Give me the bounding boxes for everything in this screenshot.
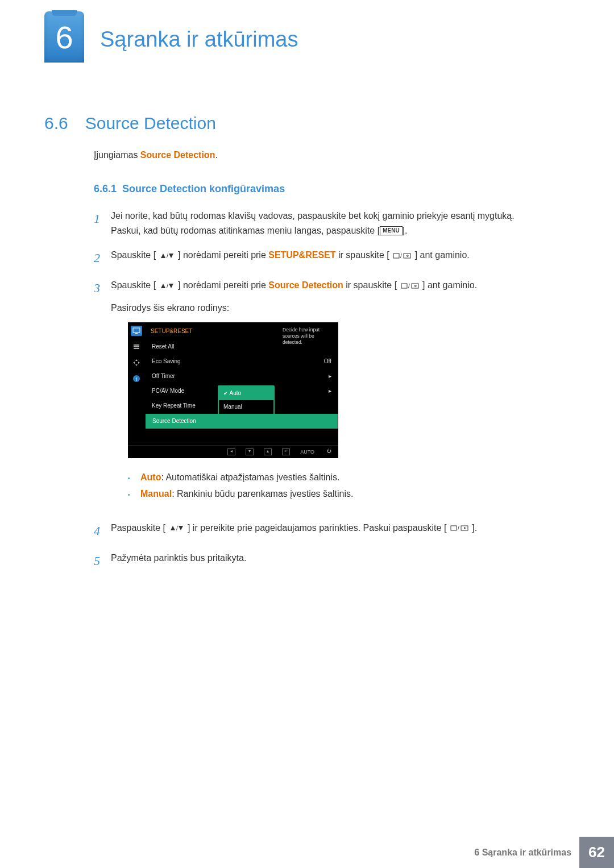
section-name: Source Detection <box>85 114 216 132</box>
osd-popup: Auto Manual <box>218 385 275 415</box>
option-manual: Manual: Rankiniu būdu parenkamas įvestie… <box>128 486 549 502</box>
page-footer: 6 Sąranka ir atkūrimas 62 <box>474 837 614 868</box>
page-number: 62 <box>579 837 614 868</box>
svg-text:/: / <box>167 283 168 289</box>
up-icon: ▴ <box>264 448 272 455</box>
osd-help-text: Decide how input sources will be detecte… <box>283 327 334 346</box>
option-auto: Auto: Automatiškai atpažįstamas įvesties… <box>128 470 549 486</box>
svg-text:/: / <box>458 525 459 531</box>
step-3: 3 Spauskite [ / ] norėdami pereiti prie … <box>94 278 549 510</box>
svg-marker-19 <box>133 362 135 364</box>
svg-text:/: / <box>176 525 178 531</box>
enter-icon: ↵ <box>282 448 290 455</box>
section-number: 6.6 <box>44 114 68 132</box>
rect-enter-icon: / <box>393 252 411 259</box>
svg-text:/: / <box>400 253 402 259</box>
svg-marker-6 <box>161 284 165 288</box>
section-title: 6.6Source Detection <box>44 114 614 133</box>
info-icon: i <box>131 373 142 384</box>
svg-rect-15 <box>134 346 139 347</box>
svg-rect-9 <box>401 284 407 288</box>
intro-text: Įjungiamas Source Detection. <box>94 150 549 160</box>
svg-marker-8 <box>169 284 173 288</box>
step-1: 1 Jei norite, kad būtų rodomas klavišų v… <box>94 209 549 238</box>
svg-marker-0 <box>161 254 165 258</box>
svg-rect-3 <box>393 254 399 258</box>
setup-reset-highlight: SETUP&RESET <box>268 250 335 260</box>
subsection-name: Source Detection konfigūravimas <box>122 183 285 194</box>
step-5: 5 Pažymėta parinktis bus pritaikyta. <box>94 551 549 571</box>
svg-rect-16 <box>134 348 139 349</box>
svg-marker-20 <box>138 362 140 364</box>
page-header: 6 Sąranka ir atkūrimas <box>0 0 614 63</box>
power-icon: ⏻ <box>325 448 333 455</box>
subsection-title: 6.6.1 Source Detection konfigūravimas <box>94 183 549 195</box>
auto-label: AUTO <box>300 448 314 456</box>
svg-marker-18 <box>135 364 138 366</box>
osd-row: Off Timer▸ <box>145 369 338 384</box>
svg-marker-17 <box>135 359 138 361</box>
osd-bottom-bar: ◂ ▾ ▴ ↵ AUTO ⏻ <box>128 445 338 458</box>
svg-text:/: / <box>408 283 410 289</box>
svg-marker-23 <box>171 526 175 530</box>
left-icon: ◂ <box>227 448 235 455</box>
step-4: 4 Paspauskite [ / ] ir pereikite prie pa… <box>94 521 549 541</box>
osd-popup-auto: Auto <box>219 387 273 400</box>
svg-rect-14 <box>134 344 139 346</box>
svg-rect-12 <box>133 328 140 333</box>
chapter-badge: 6 <box>44 11 84 63</box>
osd-row: Eco SavingOff <box>145 354 338 369</box>
svg-text:i: i <box>136 376 138 382</box>
osd-main: SETUP&RESET Decide how input sources wil… <box>145 322 338 445</box>
steps-list: 1 Jei norite, kad būtų rodomas klavišų v… <box>94 209 549 571</box>
osd-screenshot: i SETUP&RESET Decide how input sources w… <box>128 322 549 458</box>
menu-label-box: MENU <box>380 226 402 235</box>
rect-enter-icon: / <box>401 283 419 289</box>
svg-marker-25 <box>179 526 183 530</box>
osd-popup-manual: Manual <box>219 400 273 414</box>
up-down-icon: / <box>160 283 175 289</box>
svg-text:/: / <box>167 253 168 259</box>
svg-marker-2 <box>169 254 173 258</box>
chapter-title: Sąranka ir atkūrimas <box>100 27 298 52</box>
footer-chapter-label: 6 Sąranka ir atkūrimas <box>474 848 571 858</box>
chapter-number: 6 <box>55 19 73 56</box>
down-icon: ▾ <box>246 448 254 455</box>
up-down-icon: / <box>169 525 184 531</box>
svg-rect-13 <box>135 333 138 334</box>
source-detection-highlight: Source Detection <box>268 280 343 290</box>
osd-row-selected: Source Detection <box>146 414 338 429</box>
osd-sidebar: i <box>128 322 145 445</box>
rect-enter-icon: / <box>450 525 468 531</box>
list-icon <box>131 342 142 352</box>
options-list: Auto: Automatiškai atpažįstamas įvesties… <box>128 470 549 502</box>
step-2: 2 Spauskite [ / ] norėdami pereiti prie … <box>94 248 549 268</box>
up-down-icon: / <box>160 252 175 259</box>
subsection-number: 6.6.1 <box>94 183 117 194</box>
monitor-icon <box>131 326 142 336</box>
svg-rect-26 <box>451 526 457 530</box>
intro-highlight: Source Detection <box>140 150 215 160</box>
arrows-icon <box>131 358 142 368</box>
